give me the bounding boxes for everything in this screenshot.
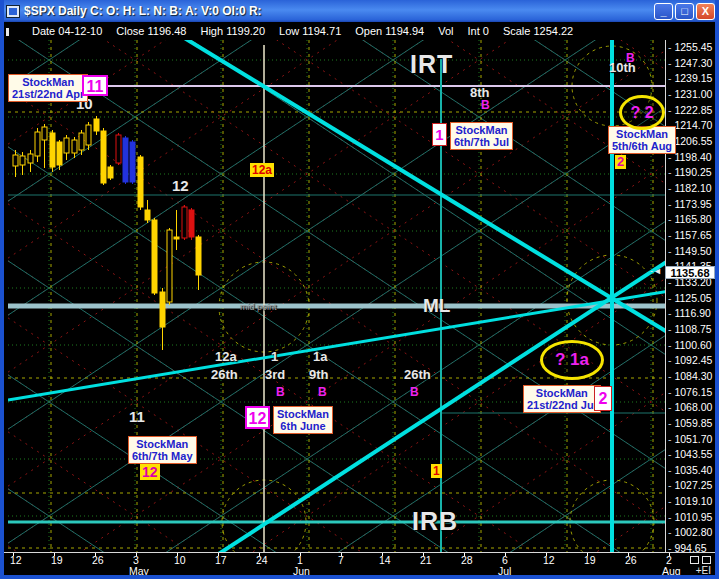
price-axis-label: - 1051.70 bbox=[668, 433, 712, 445]
maximize-button[interactable]: □ bbox=[675, 3, 694, 20]
price-axis-label: - 1247.30 bbox=[668, 57, 712, 69]
price-axis-label: - 1173.95 bbox=[668, 198, 712, 210]
info-bar: Date 04-12-10Close 1196.48High 1199.20Lo… bbox=[4, 22, 715, 40]
candlestick bbox=[42, 127, 47, 140]
chart-plot bbox=[8, 40, 665, 552]
candlestick bbox=[152, 220, 157, 293]
price-axis[interactable]: - 1255.45- 1247.30- 1239.15- 1231.00- 12… bbox=[665, 40, 715, 552]
candlestick bbox=[13, 155, 18, 166]
candlestick bbox=[123, 138, 128, 182]
resize-grip-icon[interactable] bbox=[690, 556, 699, 564]
callout-stockman-jul2[interactable]: StockMan 21st/22nd Jul bbox=[523, 385, 601, 413]
resize-grip-icon[interactable] bbox=[702, 556, 711, 564]
date-axis-label: 12 bbox=[10, 554, 22, 566]
count-11-low: 11 bbox=[129, 408, 145, 425]
candlestick bbox=[182, 207, 187, 238]
b-marker: B bbox=[410, 385, 419, 399]
b-marker: B bbox=[276, 385, 285, 399]
date-axis-label: 10 bbox=[174, 554, 186, 566]
minimize-button[interactable]: _ bbox=[654, 3, 673, 20]
price-axis-label: - 1182.10 bbox=[668, 182, 712, 194]
candlestick bbox=[189, 210, 194, 237]
close-button[interactable]: X bbox=[696, 3, 715, 20]
marker-box-12[interactable]: 12 bbox=[245, 406, 270, 429]
callout-stockman-jul[interactable]: StockMan 6th/7th Jul bbox=[450, 122, 513, 150]
price-axis-label: - 1165.80 bbox=[668, 213, 712, 225]
price-axis-label: - 1043.55 bbox=[668, 448, 712, 460]
month-label: Jun bbox=[293, 565, 310, 577]
candlestick bbox=[101, 131, 106, 183]
count-1: 1 bbox=[271, 349, 278, 364]
callout-line: 21st/22nd Jul bbox=[527, 399, 597, 411]
callout-line: StockMan bbox=[277, 408, 329, 420]
info-field: Vol bbox=[438, 25, 453, 37]
price-axis-label: - 1116.90 bbox=[668, 307, 711, 319]
query-circle-1a[interactable]: ? 1a bbox=[540, 340, 604, 380]
marker-box-1[interactable]: 1 bbox=[432, 123, 447, 146]
price-axis-label: - 1149.50 bbox=[668, 245, 712, 257]
count-12a: 12a bbox=[215, 349, 237, 364]
price-axis-label: - 1222.85 bbox=[668, 104, 712, 116]
info-field: Int 0 bbox=[467, 25, 488, 37]
query-circle-2[interactable]: ? 2 bbox=[619, 95, 665, 130]
callout-line: StockMan bbox=[527, 387, 597, 399]
count-1a: 1a bbox=[313, 349, 327, 364]
last-price-tag: 1135.68 bbox=[665, 266, 715, 279]
candlestick bbox=[72, 140, 77, 153]
price-axis-label: - 1027.25 bbox=[668, 479, 712, 491]
callout-line: 6th/7th May bbox=[132, 450, 193, 462]
price-axis-label: - 1255.45 bbox=[668, 41, 712, 53]
callout-stockman-may[interactable]: StockMan 6th/7th May bbox=[128, 436, 197, 464]
candlestick bbox=[64, 138, 69, 153]
count-3rd: 3rd bbox=[265, 367, 285, 382]
candlestick bbox=[145, 210, 150, 220]
last-price-arrow-icon: -◄ bbox=[650, 266, 662, 276]
tag-2[interactable]: 2 bbox=[615, 155, 626, 169]
month-label: May bbox=[129, 565, 149, 577]
count-26th-b: 26th bbox=[404, 367, 431, 382]
price-axis-label: - 1068.00 bbox=[668, 401, 712, 413]
chart-canvas[interactable] bbox=[8, 40, 665, 552]
count-12: 12 bbox=[172, 177, 189, 194]
callout-line: StockMan bbox=[132, 438, 193, 450]
candlestick bbox=[116, 135, 121, 163]
b-marker: B bbox=[318, 385, 327, 399]
corner-label: +EI bbox=[696, 565, 711, 576]
info-field: Close 1196.48 bbox=[116, 25, 186, 37]
info-field: Scale 1254.22 bbox=[503, 25, 573, 37]
date-axis-label: 28 bbox=[461, 554, 473, 566]
callout-line: StockMan bbox=[454, 124, 509, 136]
midpoint-label: mid point bbox=[240, 302, 277, 312]
candlestick bbox=[28, 154, 33, 163]
b-marker: B bbox=[626, 51, 635, 65]
count-9th: 9th bbox=[309, 367, 329, 382]
callout-line: 5th/6th Aug bbox=[612, 140, 672, 152]
callout-stockman-aug[interactable]: StockMan 5th/6th Aug bbox=[608, 126, 676, 154]
tag-12[interactable]: 12 bbox=[140, 464, 160, 480]
callout-line: 21st/22nd Apr bbox=[12, 88, 84, 100]
marker-box-11[interactable]: 11 bbox=[82, 75, 108, 96]
price-axis-label: - 1157.65 bbox=[668, 229, 712, 241]
date-axis-label: 24 bbox=[256, 554, 268, 566]
candlestick bbox=[94, 119, 99, 131]
title-bar[interactable]: $SPX Daily C: O: H: L: N: B: A: V:0 OI:0… bbox=[0, 0, 719, 22]
callout-stockman-apr[interactable]: StockMan 21st/22nd Apr bbox=[8, 74, 88, 102]
price-axis-label: - 1019.10 bbox=[668, 495, 712, 507]
price-axis-label: - 1010.95 bbox=[668, 511, 712, 523]
date-axis-label: 26 bbox=[92, 554, 104, 566]
callout-stockman-june[interactable]: StockMan 6th June bbox=[273, 406, 333, 434]
irb-label: IRB bbox=[412, 507, 458, 536]
irt-label: IRT bbox=[410, 50, 453, 79]
app-icon bbox=[6, 5, 20, 18]
marker-box-2[interactable]: 2 bbox=[594, 386, 612, 411]
callout-line: 6th/7th Jul bbox=[454, 136, 509, 148]
date-axis[interactable]: +EI 12192631017241714212861219262MayJunJ… bbox=[4, 552, 715, 575]
cursor-tool-icon bbox=[6, 28, 9, 36]
window-title: $SPX Daily C: O: H: L: N: B: A: V:0 OI:0… bbox=[24, 4, 654, 18]
tag-12a[interactable]: 12a bbox=[250, 163, 274, 177]
date-axis-label: 17 bbox=[215, 554, 227, 566]
price-axis-label: - 1076.15 bbox=[668, 386, 712, 398]
candlestick bbox=[86, 125, 91, 145]
callout-line: 6th June bbox=[277, 420, 329, 432]
tag-1[interactable]: 1 bbox=[431, 464, 442, 478]
